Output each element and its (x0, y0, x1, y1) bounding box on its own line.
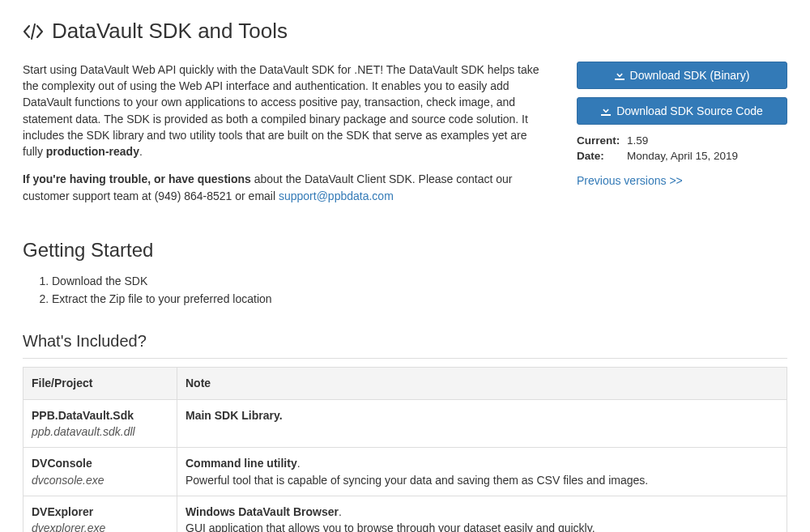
download-icon (615, 70, 625, 80)
support-email-link[interactable]: support@ppbdata.com (279, 189, 394, 202)
page-title: DataVault SDK and Tools (23, 16, 787, 47)
version-info: Current: 1.59 Date: Monday, April 15, 20… (577, 133, 787, 164)
intro-paragraph-1: Start using DataVault Web API quickly wi… (23, 62, 544, 160)
previous-versions-link[interactable]: Previous versions >> (577, 174, 683, 187)
current-value: 1.59 (627, 133, 648, 149)
getting-started-heading: Getting Started (23, 236, 787, 265)
intro-paragraph-2: If you're having trouble, or have questi… (23, 171, 544, 204)
current-label: Current: (577, 133, 627, 149)
table-row: DVConsole dvconsole.exe Command line uti… (23, 448, 787, 496)
table-row: PPB.DataVault.Sdk ppb.datavault.sdk.dll … (23, 399, 787, 448)
download-source-button[interactable]: Download SDK Source Code (577, 97, 787, 125)
list-item: Download the SDK (52, 273, 787, 289)
download-icon (601, 106, 611, 116)
included-table: File/Project Note PPB.DataVault.Sdk ppb.… (23, 367, 787, 532)
intro-text: Start using DataVault Web API quickly wi… (23, 62, 544, 215)
download-binary-button[interactable]: Download SDK (Binary) (577, 62, 787, 89)
code-icon (23, 23, 44, 40)
list-item: Extract the Zip file to your preferred l… (52, 291, 787, 307)
table-row: DVExplorer dvexplorer.exe Windows DataVa… (23, 496, 787, 532)
col-note: Note (177, 368, 787, 399)
getting-started-steps: Download the SDK Extract the Zip file to… (23, 273, 787, 308)
page-title-text: DataVault SDK and Tools (52, 16, 288, 47)
whats-included-heading: What's Included? (23, 330, 787, 359)
date-label: Date: (577, 148, 627, 164)
col-file-project: File/Project (23, 368, 177, 399)
date-value: Monday, April 15, 2019 (627, 148, 738, 164)
sidebar: Download SDK (Binary) Download SDK Sourc… (577, 62, 787, 189)
